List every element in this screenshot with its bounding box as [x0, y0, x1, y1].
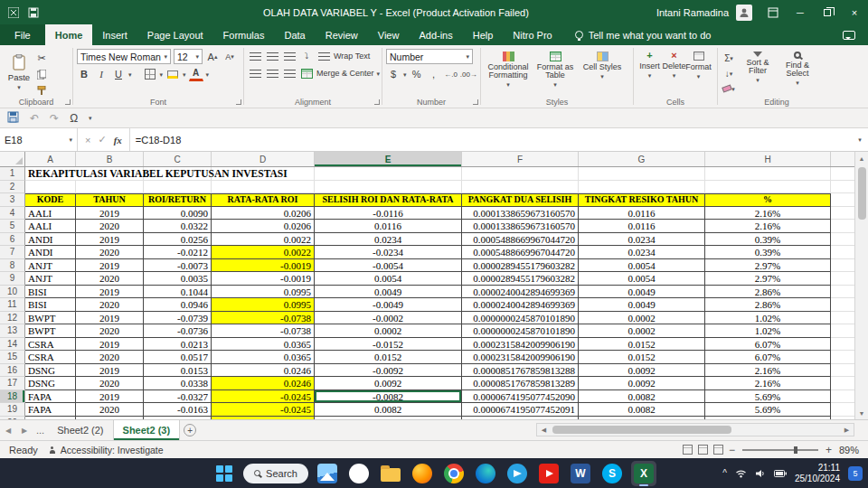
decrease-decimal-icon[interactable]: .00→: [461, 67, 476, 81]
increase-font-icon[interactable]: A▴: [205, 50, 220, 64]
cell-F14[interactable]: 0.0002315842009906190: [462, 338, 579, 352]
row-header-11[interactable]: 11: [0, 298, 25, 312]
cell-H19[interactable]: 5.69%: [705, 403, 831, 417]
clipboard-dialog-launcher-icon[interactable]: [65, 99, 71, 105]
cell-G11[interactable]: 0.0049: [579, 298, 705, 312]
cell-G8[interactable]: 0.0054: [579, 259, 705, 273]
cell-G13[interactable]: 0.0002: [579, 324, 705, 338]
tell-me-box[interactable]: Tell me what you want to do: [575, 24, 712, 45]
cell-H15[interactable]: 6.07%: [705, 351, 831, 364]
cell-A6[interactable]: ANDI: [25, 233, 76, 247]
font-name-select[interactable]: Times New Roman▾: [77, 49, 171, 64]
column-header-D[interactable]: D: [212, 152, 315, 166]
format-as-table-button[interactable]: Format as Table ▾: [532, 49, 579, 88]
align-bottom-icon[interactable]: [282, 49, 297, 63]
ribbon-tab-data[interactable]: Data: [274, 24, 315, 45]
horizontal-scrollbar[interactable]: ◀ ▶: [536, 423, 854, 436]
cell-D19[interactable]: -0.0245: [212, 403, 315, 417]
align-center-icon[interactable]: [265, 66, 279, 80]
cell-D14[interactable]: 0.0365: [212, 338, 315, 352]
sheet-tab-sheet2-3-[interactable]: Sheet2 (3): [114, 420, 181, 440]
accounting-caret-icon[interactable]: ▾: [403, 71, 407, 78]
cell-styles-button[interactable]: Cell Styles ▾: [579, 49, 626, 88]
select-all-corner[interactable]: [0, 152, 25, 166]
zoom-in-icon[interactable]: +: [826, 444, 832, 456]
cell-F1[interactable]: [462, 167, 579, 181]
wifi-icon[interactable]: [735, 469, 747, 478]
cell-F18[interactable]: 0.0000674195077452090: [462, 390, 579, 404]
cell-filler[interactable]: [831, 167, 854, 181]
format-cells-button[interactable]: Format ▾: [686, 49, 711, 80]
cell-E15[interactable]: 0.0152: [315, 351, 462, 364]
cell-B10[interactable]: 2019: [76, 286, 144, 299]
cell-A4[interactable]: AALI: [25, 207, 76, 221]
row-header-15[interactable]: 15: [0, 351, 25, 364]
cell-D12[interactable]: -0.0738: [212, 312, 315, 325]
cell-filler[interactable]: [831, 403, 854, 417]
ribbon-tab-insert[interactable]: Insert: [92, 24, 137, 45]
cell-C16[interactable]: 0.0153: [144, 364, 212, 378]
cell-B15[interactable]: 2020: [76, 351, 144, 364]
cell-E12[interactable]: -0.0002: [315, 312, 462, 325]
sheet-tabs-ellipsis[interactable]: ...: [33, 420, 48, 440]
cell-F8[interactable]: 0.0000289455179603282: [462, 259, 579, 273]
zoom-slider[interactable]: [742, 449, 818, 451]
row-header-19[interactable]: 19: [0, 403, 25, 417]
cell-C6[interactable]: 0.0256: [144, 233, 212, 247]
cell-C12[interactable]: -0.0739: [144, 312, 212, 325]
cell-D16[interactable]: 0.0246: [212, 364, 315, 378]
cell-filler[interactable]: [831, 377, 854, 390]
cell-filler[interactable]: [831, 338, 854, 352]
sheet-nav-next-icon[interactable]: ▶: [16, 420, 33, 440]
cell-G2[interactable]: [579, 181, 705, 194]
symbol-omega-icon[interactable]: Ω: [70, 112, 78, 125]
cell-C2[interactable]: [144, 181, 212, 194]
cell-H10[interactable]: 2.86%: [705, 286, 831, 299]
vertical-scroll-thumb[interactable]: [858, 167, 866, 220]
orientation-icon[interactable]: ⤵: [299, 49, 314, 63]
cell-C13[interactable]: -0.0736: [144, 324, 212, 338]
row-header-6[interactable]: 6: [0, 233, 25, 247]
cell-E3[interactable]: SELISIH ROI DAN RATA-RATA: [315, 193, 462, 207]
cell-F16[interactable]: 0.0000851767859813288: [462, 364, 579, 378]
number-dialog-launcher-icon[interactable]: [473, 99, 478, 105]
cell-C15[interactable]: 0.0517: [144, 351, 212, 364]
cell-E8[interactable]: -0.0054: [315, 259, 462, 273]
scroll-up-icon[interactable]: ▲: [855, 152, 868, 164]
undo-icon[interactable]: ↶: [30, 112, 39, 125]
wrap-text-label[interactable]: Wrap Text: [334, 52, 370, 61]
cell-C14[interactable]: 0.0213: [144, 338, 212, 352]
youtube-app-button[interactable]: [536, 461, 561, 486]
cell-A18[interactable]: FAPA: [25, 390, 76, 404]
cell-H2[interactable]: [705, 181, 831, 194]
increase-decimal-icon[interactable]: ←.0: [444, 67, 458, 81]
cell-A10[interactable]: BISI: [25, 286, 76, 299]
cell-B16[interactable]: 2019: [76, 364, 144, 378]
cell-A12[interactable]: BWPT: [25, 312, 76, 325]
account-name[interactable]: Intani Ramadina: [656, 7, 729, 18]
merge-center-label[interactable]: Merge & Center: [316, 69, 374, 78]
cell-E16[interactable]: -0.0092: [315, 364, 462, 378]
cell-G14[interactable]: 0.0152: [579, 338, 705, 352]
cell-filler[interactable]: [831, 286, 854, 299]
cell-G3[interactable]: TINGKAT RESIKO TAHUN: [579, 193, 705, 207]
ribbon-tab-add-ins[interactable]: Add-ins: [409, 24, 462, 45]
cell-A19[interactable]: FAPA: [25, 403, 76, 417]
minimize-button[interactable]: ─: [787, 0, 814, 24]
cell-C17[interactable]: 0.0338: [144, 377, 212, 390]
cell-A8[interactable]: ANJT: [25, 259, 76, 273]
cell-H5[interactable]: 2.16%: [705, 220, 831, 233]
cell-B12[interactable]: 2019: [76, 312, 144, 325]
decrease-font-icon[interactable]: A▾: [222, 50, 237, 64]
cell-G6[interactable]: 0.0234: [579, 233, 705, 247]
delete-cells-button[interactable]: × Delete ▾: [662, 49, 686, 80]
cell-C10[interactable]: 0.1044: [144, 286, 212, 299]
accounting-format-icon[interactable]: $: [386, 67, 401, 81]
redo-icon[interactable]: ↷: [50, 112, 59, 125]
cell-A15[interactable]: CSRA: [25, 351, 76, 364]
cell-A9[interactable]: ANJT: [25, 272, 76, 286]
cell-filler[interactable]: [831, 181, 854, 194]
column-header-G[interactable]: G: [579, 152, 705, 166]
page-layout-view-icon[interactable]: [698, 445, 708, 455]
page-break-view-icon[interactable]: [713, 445, 723, 455]
